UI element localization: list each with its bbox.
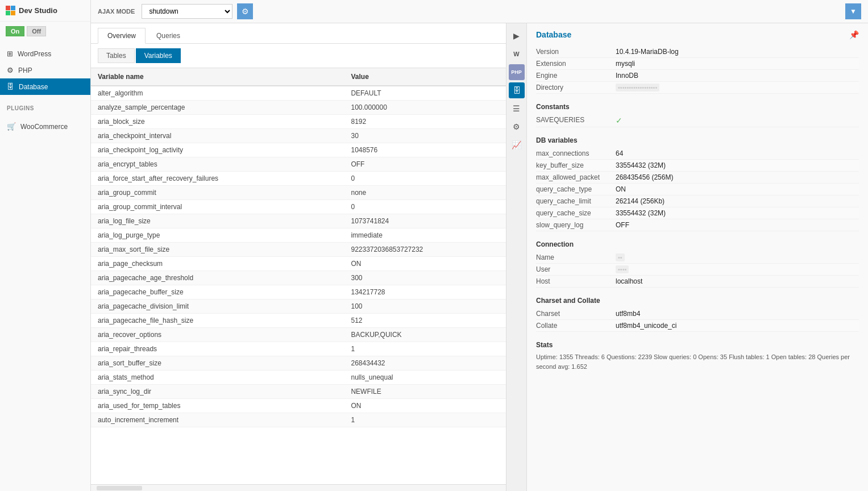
conn-user-value: ••••: [616, 264, 859, 276]
connection-table: Name •• User •••• Host localhost: [536, 252, 859, 288]
left-panel: Overview Queries Tables Variables: [91, 23, 506, 491]
right-content: Database 📌 Version 10.4.19-MariaDB-log E…: [527, 23, 868, 491]
gear-icon: ⚙: [242, 7, 249, 16]
logo-text: Dev Studio: [19, 6, 57, 15]
expand-icon[interactable]: ▶: [509, 28, 525, 44]
woocommerce-icon: 🛒: [7, 122, 16, 131]
db-var-row: key_buffer_size33554432 (32M): [536, 160, 859, 172]
db-var-row: query_cache_typeON: [536, 184, 859, 195]
table-row: auto_increment_increment1: [91, 413, 506, 427]
db-var-row: slow_query_logOFF: [536, 219, 859, 231]
savequeries-value: ✓: [616, 114, 859, 127]
charset-title: Charset and Collate: [536, 297, 859, 305]
table-row: aria_recover_optionsBACKUP,QUICK: [91, 328, 506, 342]
sidebar-item-php[interactable]: ⚙ PHP: [0, 62, 90, 78]
charset-row: Collateutf8mb4_unicode_ci: [536, 320, 859, 332]
variables-table: Variable name Value alter_algorithmDEFAU…: [91, 68, 506, 427]
stats-title: Stats: [536, 341, 859, 349]
table-row: aria_log_purge_typeimmediate: [91, 228, 506, 243]
sidebar-item-label-php: PHP: [18, 66, 32, 74]
ajax-on-button[interactable]: On: [6, 26, 24, 36]
db-var-row: query_cache_size33554432 (32M): [536, 207, 859, 219]
sidebar-item-label-database: Database: [19, 83, 48, 91]
table-row: aria_group_commitnone: [91, 186, 506, 200]
sidebar-item-database[interactable]: 🗄 Database: [0, 78, 90, 95]
chevron-down-icon: ▼: [850, 7, 857, 15]
table-row: aria_pagecache_file_hash_size512: [91, 314, 506, 328]
wp-icon[interactable]: W: [509, 46, 525, 62]
table-row: aria_repair_threads1: [91, 342, 506, 356]
extension-value: mysqli: [616, 58, 859, 70]
db-var-row: query_cache_limit262144 (256Kb): [536, 195, 859, 207]
shutdown-dropdown[interactable]: shutdown startup sleep: [142, 4, 232, 19]
sidebar-item-wordpress[interactable]: ⊞ WordPress: [0, 45, 90, 62]
ajax-mode-label: AJAX MODE: [98, 8, 135, 15]
table-row: aria_sync_log_dirNEWFILE: [91, 385, 506, 399]
chart-side-icon[interactable]: 📈: [509, 137, 525, 153]
charset-row: Charsetutf8mb4: [536, 308, 859, 320]
table-row: aria_block_size8192: [91, 115, 506, 129]
main-tabs: Overview Queries: [91, 23, 506, 44]
constants-title: Constants: [536, 103, 859, 111]
logo-area: Dev Studio: [0, 0, 90, 22]
php-icon: ⚙: [7, 66, 14, 74]
sub-tab-variables[interactable]: Variables: [136, 48, 181, 63]
db-var-row: max_allowed_packet268435456 (256M): [536, 172, 859, 184]
database-section-title: Database: [536, 30, 571, 39]
table-row: aria_used_for_temp_tablesON: [91, 399, 506, 413]
sidebar-item-label-wordpress: WordPress: [18, 50, 51, 58]
db-variables-table: max_connections64key_buffer_size33554432…: [536, 148, 859, 231]
extension-label: Extension: [536, 58, 616, 70]
stats-text: Uptime: 1355 Threads: 6 Questions: 2239 …: [536, 352, 859, 371]
sub-tab-tables[interactable]: Tables: [98, 48, 135, 63]
table-row: aria_checkpoint_log_activity1048576: [91, 143, 506, 157]
variables-table-wrapper[interactable]: Variable name Value alter_algorithmDEFAU…: [91, 68, 506, 484]
horizontal-scrollbar[interactable]: [91, 484, 506, 491]
php-side-icon[interactable]: PHP: [509, 64, 525, 80]
table-row: aria_stats_methodnulls_unequal: [91, 371, 506, 385]
ajax-toggle-area: On Off: [0, 22, 90, 41]
col-header-value: Value: [344, 68, 506, 86]
sidebar-nav: ⊞ WordPress ⚙ PHP 🗄 Database: [0, 41, 90, 99]
table-row: aria_force_start_after_recovery_failures…: [91, 172, 506, 186]
table-row: aria_checkpoint_interval30: [91, 129, 506, 143]
sidebar-item-woocommerce[interactable]: 🛒 WooCommerce: [0, 118, 90, 135]
right-panel: Database 📌 Version 10.4.19-MariaDB-log E…: [527, 23, 868, 491]
sidebar-item-label-woocommerce: WooCommerce: [20, 123, 68, 131]
constants-table: SAVEQUERIES ✓: [536, 114, 859, 127]
content-area: Overview Queries Tables Variables: [91, 23, 868, 491]
conn-host-value: localhost: [616, 276, 859, 288]
logo-icon: [6, 6, 15, 15]
directory-label: Directory: [536, 82, 616, 94]
database-side-icon[interactable]: 🗄: [509, 82, 525, 98]
table-row: aria_sort_buffer_size268434432: [91, 356, 506, 371]
version-label: Version: [536, 46, 616, 58]
col-header-variable-name: Variable name: [91, 68, 344, 86]
plugins-nav: 🛒 WooCommerce: [0, 114, 90, 139]
table-row: aria_group_commit_interval0: [91, 200, 506, 214]
table-row: alter_algorithmDEFAULT: [91, 86, 506, 101]
database-icon: 🗄: [7, 82, 14, 91]
tab-overview[interactable]: Overview: [98, 28, 146, 44]
engine-label: Engine: [536, 70, 616, 82]
conn-name-label: Name: [536, 252, 616, 264]
db-var-row: max_connections64: [536, 148, 859, 160]
savequeries-label: SAVEQUERIES: [536, 114, 616, 127]
sidebar: Dev Studio On Off ⊞ WordPress ⚙ PHP 🗄 Da…: [0, 0, 91, 491]
charset-table: Charsetutf8mb4Collateutf8mb4_unicode_ci: [536, 308, 859, 332]
db-variables-title: DB variables: [536, 136, 859, 144]
sub-tabs: Tables Variables: [91, 44, 506, 68]
tab-queries[interactable]: Queries: [147, 28, 190, 43]
ajax-off-button[interactable]: Off: [27, 26, 46, 36]
connection-title: Connection: [536, 240, 859, 248]
table-row: aria_pagecache_age_threshold300: [91, 271, 506, 285]
collapse-button[interactable]: ▼: [845, 3, 861, 19]
engine-value: InnoDB: [616, 70, 859, 82]
plugins-section-label: PLUGINS: [0, 99, 90, 114]
gear-side-icon[interactable]: ⚙: [509, 119, 525, 135]
list-side-icon[interactable]: ☰: [509, 101, 525, 116]
gear-settings-button[interactable]: ⚙: [237, 3, 253, 19]
scrollbar-track: [97, 486, 142, 490]
table-row: aria_pagecache_division_limit100: [91, 299, 506, 314]
database-info-table: Version 10.4.19-MariaDB-log Extension my…: [536, 46, 859, 94]
